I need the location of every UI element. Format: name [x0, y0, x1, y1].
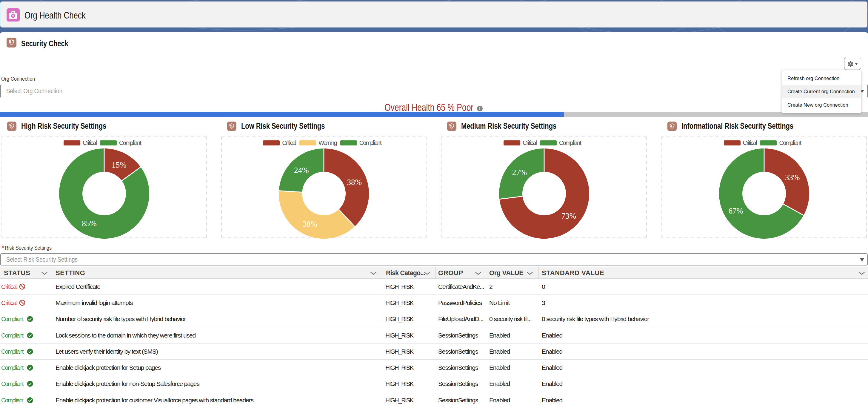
svg-text:27%: 27% — [512, 168, 527, 177]
svg-text:67%: 67% — [728, 206, 744, 215]
svg-text:38%: 38% — [302, 219, 317, 229]
svg-text:15%: 15% — [112, 160, 127, 169]
svg-text:33%: 33% — [785, 173, 800, 182]
svg-text:85%: 85% — [82, 219, 97, 228]
svg-text:73%: 73% — [561, 211, 576, 221]
svg-text:24%: 24% — [294, 166, 309, 175]
svg-text:38%: 38% — [347, 178, 362, 187]
